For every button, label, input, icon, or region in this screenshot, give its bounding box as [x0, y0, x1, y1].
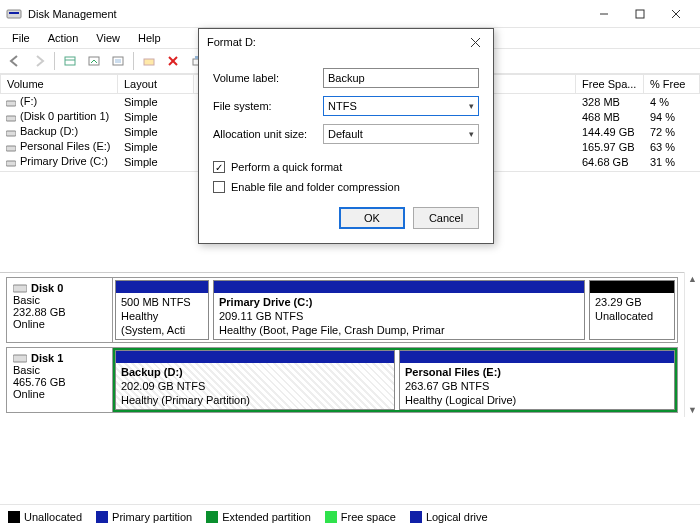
svg-rect-1	[9, 12, 19, 14]
svg-rect-21	[13, 285, 27, 292]
window-title: Disk Management	[28, 8, 586, 20]
format-dialog: Format D: Volume label: File system: NTF…	[198, 28, 494, 244]
alloc-size-select[interactable]: Default▾	[323, 124, 479, 144]
titlebar: Disk Management	[0, 0, 700, 28]
scroll-up-icon[interactable]: ▲	[688, 274, 697, 284]
forward-button[interactable]	[28, 50, 50, 72]
chevron-down-icon: ▾	[469, 101, 474, 111]
legend-unallocated: Unallocated	[24, 511, 82, 523]
svg-rect-19	[6, 146, 16, 151]
dialog-close-button[interactable]	[465, 32, 485, 52]
back-button[interactable]	[4, 50, 26, 72]
svg-rect-8	[89, 57, 99, 65]
disk0-part0[interactable]: 500 MB NTFSHealthy (System, Acti	[115, 280, 209, 340]
minimize-button[interactable]	[586, 4, 622, 24]
legend: Unallocated Primary partition Extended p…	[0, 504, 700, 529]
disk0-part1[interactable]: Primary Drive (C:)209.11 GB NTFSHealthy …	[213, 280, 585, 340]
svg-rect-22	[13, 355, 27, 362]
disk-layout-pane: Disk 0 Basic 232.88 GB Online 500 MB NTF…	[0, 272, 684, 417]
disk-1-info[interactable]: Disk 1 Basic 465.76 GB Online	[7, 348, 113, 412]
file-system-label: File system:	[213, 100, 323, 112]
disk1-part0[interactable]: Backup (D:)202.09 GB NTFSHealthy (Primar…	[115, 350, 395, 410]
compression-checkbox[interactable]: Enable file and folder compression	[213, 177, 479, 197]
menu-help[interactable]: Help	[130, 30, 169, 46]
disk-0-info[interactable]: Disk 0 Basic 232.88 GB Online	[7, 278, 113, 342]
checkbox-checked-icon: ✓	[213, 161, 225, 173]
disk-0-row: Disk 0 Basic 232.88 GB Online 500 MB NTF…	[6, 277, 678, 343]
close-button[interactable]	[658, 4, 694, 24]
svg-rect-10	[115, 59, 121, 63]
toolbar-icon-4[interactable]	[138, 50, 160, 72]
svg-rect-20	[6, 161, 16, 166]
alloc-size-label: Allocation unit size:	[213, 128, 323, 140]
chevron-down-icon: ▾	[469, 129, 474, 139]
menu-action[interactable]: Action	[40, 30, 87, 46]
maximize-button[interactable]	[622, 4, 658, 24]
dialog-title: Format D:	[207, 36, 465, 48]
delete-icon[interactable]	[162, 50, 184, 72]
svg-rect-17	[6, 116, 16, 121]
app-icon	[6, 6, 22, 22]
col-volume[interactable]: Volume	[0, 74, 118, 94]
menu-file[interactable]: File	[4, 30, 38, 46]
legend-free: Free space	[341, 511, 396, 523]
cancel-button[interactable]: Cancel	[413, 207, 479, 229]
col-layout[interactable]: Layout	[118, 74, 194, 94]
legend-extended: Extended partition	[222, 511, 311, 523]
menu-view[interactable]: View	[88, 30, 128, 46]
file-system-select[interactable]: NTFS▾	[323, 96, 479, 116]
disk-1-row: Disk 1 Basic 465.76 GB Online Backup (D:…	[6, 347, 678, 413]
col-freespace[interactable]: Free Spa...	[576, 74, 644, 94]
refresh-button[interactable]	[83, 50, 105, 72]
checkbox-unchecked-icon	[213, 181, 225, 193]
toolbar-icon-3[interactable]	[107, 50, 129, 72]
disk0-part2[interactable]: 23.29 GBUnallocated	[589, 280, 675, 340]
ok-button[interactable]: OK	[339, 207, 405, 229]
quick-format-checkbox[interactable]: ✓ Perform a quick format	[213, 157, 479, 177]
svg-rect-6	[65, 57, 75, 65]
svg-rect-16	[6, 101, 16, 106]
scroll-down-icon[interactable]: ▼	[688, 405, 697, 415]
legend-primary: Primary partition	[112, 511, 192, 523]
disk1-part1[interactable]: Personal Files (E:)263.67 GB NTFSHealthy…	[399, 350, 675, 410]
scrollbar[interactable]: ▲ ▼	[684, 272, 700, 417]
svg-rect-18	[6, 131, 16, 136]
svg-rect-3	[636, 10, 644, 18]
toolbar-icon-1[interactable]	[59, 50, 81, 72]
svg-rect-11	[144, 59, 154, 65]
volume-label-input[interactable]	[323, 68, 479, 88]
col-pctfree[interactable]: % Free	[644, 74, 700, 94]
legend-logical: Logical drive	[426, 511, 488, 523]
volume-label-label: Volume label:	[213, 72, 323, 84]
